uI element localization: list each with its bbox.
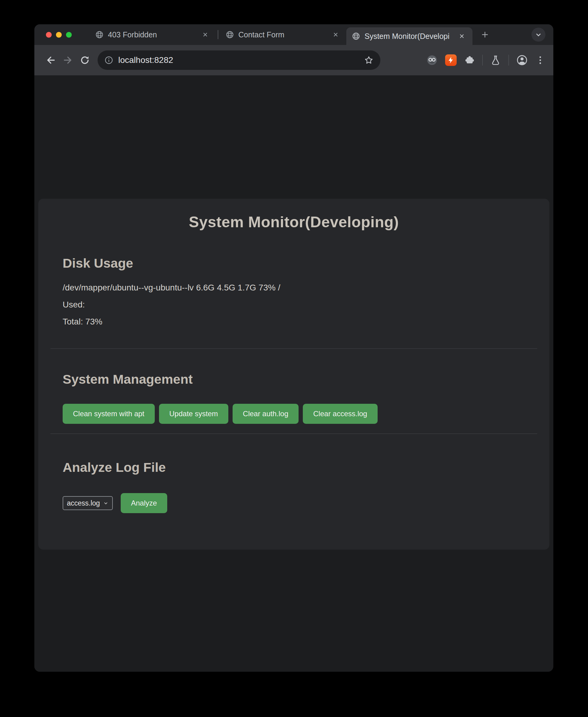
disk-total-label: Total: 73%	[63, 317, 525, 327]
bolt-icon	[445, 55, 457, 66]
disk-usage-line: /dev/mapper/ubuntu--vg-ubuntu--lv 6.6G 4…	[63, 283, 525, 292]
browser-window: 403 Forbidden Contact Form Sys	[34, 24, 553, 672]
clear-authlog-button[interactable]: Clear auth.log	[233, 404, 298, 424]
globe-favicon-icon	[226, 30, 234, 39]
tab-close-icon[interactable]	[331, 29, 341, 40]
tab-separator	[218, 30, 218, 39]
tab-bar: 403 Forbidden Contact Form Sys	[34, 24, 553, 45]
analyze-log-heading: Analyze Log File	[63, 460, 525, 475]
tab-403-forbidden[interactable]: 403 Forbidden	[90, 24, 216, 45]
tab-title: Contact Form	[238, 30, 328, 39]
tab-title: 403 Forbidden	[108, 30, 197, 39]
log-file-select-value: access.log	[67, 499, 100, 507]
chevron-down-icon	[103, 500, 108, 506]
close-window-button[interactable]	[46, 32, 52, 38]
tab-close-icon[interactable]	[457, 31, 467, 41]
toolbar-separator	[482, 55, 483, 66]
clear-accesslog-button[interactable]: Clear access.log	[303, 404, 377, 424]
tab-close-icon[interactable]	[200, 29, 210, 40]
tabs-container: 403 Forbidden Contact Form Sys	[90, 24, 492, 45]
analyze-button[interactable]: Analyze	[121, 493, 167, 513]
bookmark-star-icon[interactable]	[364, 55, 374, 65]
globe-favicon-icon	[352, 32, 360, 40]
tab-contact-form[interactable]: Contact Form	[220, 24, 346, 45]
site-info-icon[interactable]	[104, 56, 113, 65]
address-bar[interactable]: localhost:8282	[98, 50, 380, 70]
url-text: localhost:8282	[118, 55, 364, 65]
page-content: System Monitor(Developing) Disk Usage /d…	[34, 75, 553, 672]
minimize-window-button[interactable]	[56, 32, 62, 38]
extensions-puzzle-icon[interactable]	[464, 55, 475, 66]
profile-avatar-icon[interactable]	[516, 55, 528, 66]
reload-button[interactable]	[76, 52, 93, 69]
window-controls	[46, 24, 72, 45]
section-divider	[50, 434, 537, 434]
labs-flask-icon[interactable]	[490, 55, 501, 66]
zoom-window-button[interactable]	[66, 32, 72, 38]
system-monitor-card: System Monitor(Developing) Disk Usage /d…	[38, 199, 549, 550]
menu-three-dots-icon[interactable]	[535, 55, 545, 65]
toolbar-extensions	[426, 55, 545, 66]
clean-system-button[interactable]: Clean system with apt	[63, 404, 155, 424]
forward-button[interactable]	[59, 52, 76, 69]
log-file-select[interactable]: access.log	[63, 496, 113, 510]
analyze-row: access.log Analyze	[63, 493, 525, 513]
management-buttons-row: Clean system with apt Update system Clea…	[63, 404, 525, 424]
globe-favicon-icon	[95, 30, 104, 39]
disk-used-label: Used:	[63, 300, 525, 310]
system-management-heading: System Management	[63, 372, 525, 387]
tab-list-button[interactable]	[531, 28, 545, 42]
disk-usage-heading: Disk Usage	[63, 256, 525, 271]
section-divider	[50, 348, 537, 349]
toolbar-separator	[508, 55, 509, 66]
back-button[interactable]	[42, 52, 59, 69]
lightning-bolt-extension-icon[interactable]	[445, 55, 457, 66]
new-tab-button[interactable]	[478, 28, 492, 42]
update-system-button[interactable]: Update system	[159, 404, 228, 424]
browser-toolbar: localhost:8282	[34, 45, 553, 75]
page-title: System Monitor(Developing)	[63, 213, 525, 231]
tab-title: System Monitor(Developi	[364, 32, 454, 41]
disguise-face-extension-icon[interactable]	[426, 55, 438, 66]
tab-system-monitor[interactable]: System Monitor(Developi	[346, 27, 472, 45]
